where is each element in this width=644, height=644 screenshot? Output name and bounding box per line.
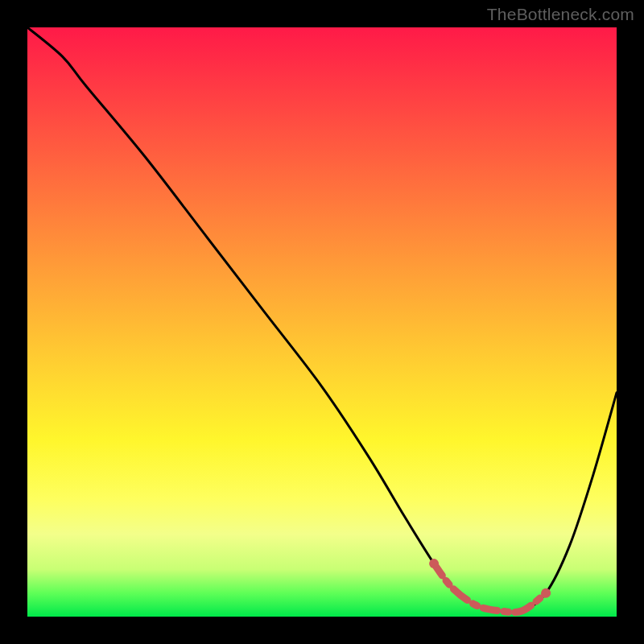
gradient-plot-area bbox=[27, 27, 617, 617]
chart-frame: TheBottleneck.com bbox=[0, 0, 644, 644]
watermark-text: TheBottleneck.com bbox=[487, 5, 634, 24]
